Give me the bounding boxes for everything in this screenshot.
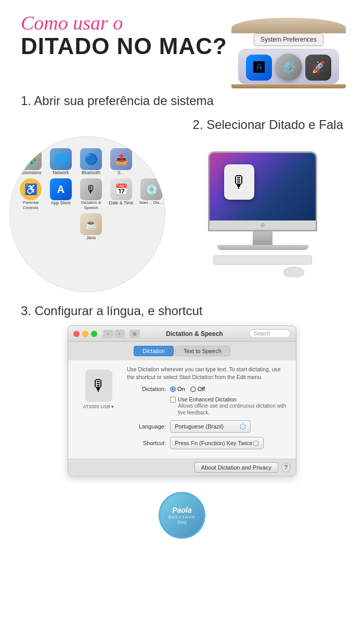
bold-title: DITADO NO MAC? bbox=[21, 34, 227, 58]
logo-surname: BRESSANN bbox=[168, 515, 196, 519]
step2-label: 2. Selecionar Ditado e Fala bbox=[0, 110, 364, 136]
mic-icon-large: 🎙 bbox=[85, 370, 112, 402]
pref-label: Extensions bbox=[20, 170, 42, 175]
pref-label: Network bbox=[53, 170, 69, 175]
about-dictation-button[interactable]: About Dictation and Privacy bbox=[194, 462, 278, 473]
section2-body: 🧩 Extensions 🌐 Network 🔵 Bluetooth 📤 S… … bbox=[0, 136, 364, 297]
grid-view-button[interactable]: ⊞ bbox=[129, 330, 140, 338]
mic-side: 🎙 AT2020 USB ▾ bbox=[76, 366, 121, 453]
logo-area: Paola BRESSANN Blog bbox=[0, 492, 364, 553]
pref-label: Java bbox=[86, 235, 96, 240]
pref-label: App Store bbox=[51, 200, 71, 205]
dock-area: System Preferences 🅰 ⚙️ 🚀 bbox=[229, 18, 348, 88]
language-select[interactable]: Portuguese (Brazil) ⬡ bbox=[170, 420, 251, 433]
dock-icon-launchpad[interactable]: 🚀 bbox=[305, 55, 331, 81]
pref-item-appstore[interactable]: A App Store bbox=[46, 178, 75, 210]
dictation-row-label: Dictation: bbox=[127, 386, 166, 392]
pref-item-parental[interactable]: ♿ Parental Controls bbox=[16, 178, 45, 210]
pref-label: Dictation & Speech bbox=[76, 200, 106, 210]
enhanced-checkbox[interactable]: Use Enhanced Dictation bbox=[170, 396, 288, 402]
dictation-row: Dictation: On Off bbox=[127, 386, 288, 392]
prefs-circle: 🧩 Extensions 🌐 Network 🔵 Bluetooth 📤 S… … bbox=[9, 136, 165, 292]
maximize-button[interactable] bbox=[91, 331, 97, 337]
enhanced-sub: Allows offline use and continuous dictat… bbox=[178, 402, 288, 416]
cursive-title: Como usar o bbox=[21, 12, 227, 34]
appstore-icon: 🅰 bbox=[253, 61, 265, 74]
step1-label: 1. Abrir sua preferência de sistema bbox=[0, 88, 364, 110]
mic-badge-overlay: 🎙 bbox=[224, 164, 254, 200]
mac-screen: 🎙 bbox=[210, 153, 316, 220]
tab-text-to-speech[interactable]: Text to Speech bbox=[175, 346, 230, 356]
pref-item-extensions[interactable]: 🧩 Extensions bbox=[16, 148, 45, 175]
pref-item-startup[interactable]: 💿 Start… Dis… bbox=[137, 178, 165, 210]
shortcut-label: Shortcut: bbox=[127, 440, 166, 446]
shortcut-select[interactable]: Press Fn (Function) Key Twice ⬡ bbox=[170, 437, 264, 449]
window-search[interactable]: Search bbox=[249, 329, 291, 338]
shortcut-select-arrow: ⬡ bbox=[253, 439, 259, 447]
pref-window: ‹ › ⊞ Dictation & Speech Search Dictatio… bbox=[68, 326, 296, 476]
window-titlebar: ‹ › ⊞ Dictation & Speech Search bbox=[68, 326, 296, 342]
logo-blog: Blog bbox=[177, 519, 187, 525]
radio-on[interactable]: On bbox=[170, 386, 185, 392]
logo-circle: Paola BRESSANN Blog bbox=[159, 492, 205, 539]
sys-pref-tooltip: System Preferences bbox=[254, 33, 323, 46]
help-button[interactable]: ? bbox=[281, 463, 291, 472]
pref-item-bluetooth[interactable]: 🔵 Bluetooth bbox=[76, 148, 106, 175]
window-title: Dictation & Speech bbox=[142, 330, 246, 337]
enhanced-row: Use Enhanced Dictation Allows offline us… bbox=[170, 396, 288, 416]
window-tabs: Dictation Text to Speech bbox=[68, 342, 296, 360]
window-description: Use Dictation wherever you can type text… bbox=[127, 366, 288, 381]
language-row: Language: Portuguese (Brazil) ⬡ bbox=[127, 420, 288, 433]
back-button[interactable]: ‹ bbox=[103, 330, 113, 338]
language-select-arrow: ⬡ bbox=[240, 422, 246, 431]
mac-monitor: 🎙 bbox=[208, 151, 317, 231]
mac-mockup: 🎙 bbox=[171, 151, 355, 277]
radio-off[interactable]: Off bbox=[190, 386, 205, 392]
dock-icon-appstore[interactable]: 🅰 bbox=[246, 55, 272, 81]
launchpad-icon: 🚀 bbox=[311, 61, 326, 74]
pref-label: S… bbox=[118, 170, 125, 175]
pref-item-java[interactable]: ☕ Java bbox=[76, 213, 106, 240]
settings-side: Use Dictation wherever you can type text… bbox=[127, 366, 288, 453]
pref-label: Start… Dis… bbox=[139, 200, 164, 205]
forward-button[interactable]: › bbox=[114, 330, 125, 338]
header-section: Como usar o DITADO NO MAC? System Prefer… bbox=[0, 0, 364, 88]
pref-item-sharing[interactable]: 📤 S… bbox=[107, 148, 136, 175]
dock-icon-syspref[interactable]: ⚙️ bbox=[275, 54, 302, 81]
language-label: Language: bbox=[127, 423, 166, 430]
logo-name: Paola bbox=[172, 506, 191, 514]
pref-item-datetime[interactable]: 📅 Date & Time bbox=[107, 178, 136, 210]
tab-dictation[interactable]: Dictation bbox=[134, 346, 174, 356]
pref-label: Date & Time bbox=[109, 200, 134, 205]
window-footer: About Dictation and Privacy ? bbox=[68, 459, 296, 476]
dock-icons-row: 🅰 ⚙️ 🚀 bbox=[238, 49, 339, 84]
syspref-icon: ⚙️ bbox=[281, 60, 296, 74]
pref-label: Bluetooth bbox=[82, 170, 100, 175]
window-body: 🎙 AT2020 USB ▾ Use Dictation wherever yo… bbox=[68, 360, 296, 459]
mic-label: AT2020 USB ▾ bbox=[83, 404, 114, 409]
title-block: Como usar o DITADO NO MAC? bbox=[21, 12, 227, 58]
pref-item-dictation[interactable]: 🎙 Dictation & Speech bbox=[76, 178, 106, 210]
radio-group: On Off bbox=[170, 386, 205, 392]
close-button[interactable] bbox=[73, 331, 80, 337]
pref-label: Parental Controls bbox=[16, 200, 45, 210]
shortcut-row: Shortcut: Press Fn (Function) Key Twice … bbox=[127, 437, 288, 449]
step3-label: 3. Configurar a língua, e shortcut bbox=[0, 297, 364, 326]
minimize-button[interactable] bbox=[82, 331, 88, 337]
pref-item-network[interactable]: 🌐 Network bbox=[46, 148, 75, 175]
keyboard bbox=[213, 255, 312, 265]
